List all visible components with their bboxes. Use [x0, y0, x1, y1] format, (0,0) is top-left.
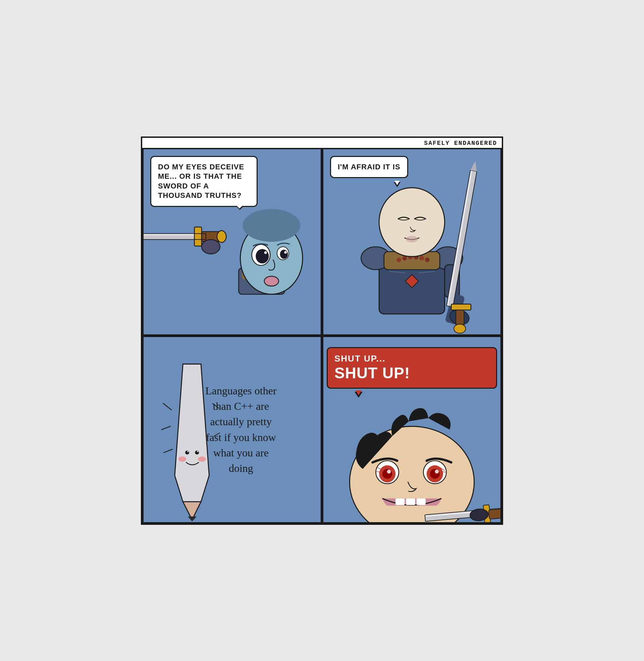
- svg-point-73: [179, 456, 186, 462]
- panel-3: Languages other than C++ are actually pr…: [142, 336, 322, 523]
- comic-title: SAFELY ENDANGERED: [142, 138, 502, 148]
- svg-point-76: [195, 450, 199, 454]
- comic-container: SAFELY ENDANGERED DO MY EYES DECEIVE ME.…: [141, 137, 503, 525]
- panel-4: SHUT UP... SHUT UP!: [322, 336, 502, 523]
- panel-1: DO MY EYES DECEIVE ME... OR IS THAT THE …: [142, 148, 322, 336]
- svg-point-47: [419, 256, 424, 261]
- svg-point-98: [435, 470, 439, 474]
- panel1-speech-bubble: DO MY EYES DECEIVE ME... OR IS THAT THE …: [150, 156, 258, 207]
- comic-grid: DO MY EYES DECEIVE ME... OR IS THAT THE …: [142, 148, 502, 523]
- svg-point-48: [425, 257, 430, 262]
- svg-point-75: [185, 450, 189, 454]
- panel1-speech-text: DO MY EYES DECEIVE ME... OR IS THAT THE …: [158, 162, 250, 200]
- panel2-speech-text: I'M AFRAID IT IS: [338, 162, 400, 172]
- svg-point-44: [402, 256, 407, 261]
- svg-point-90: [382, 469, 392, 478]
- svg-point-77: [187, 451, 188, 452]
- panel4-line1: SHUT UP...: [335, 353, 489, 364]
- svg-rect-102: [406, 498, 415, 505]
- panel4-speech-text: SHUT UP... SHUT UP!: [335, 353, 489, 382]
- svg-rect-101: [395, 498, 405, 505]
- svg-point-23: [264, 251, 267, 254]
- svg-point-29: [284, 251, 287, 254]
- svg-rect-61: [451, 304, 471, 310]
- panel2-speech-bubble: I'M AFRAID IT IS: [330, 156, 408, 179]
- svg-point-18: [243, 209, 300, 242]
- panel-2: I'M AFRAID IT IS: [322, 148, 502, 336]
- panel4-line2: SHUT UP!: [335, 364, 489, 382]
- svg-point-51: [406, 236, 418, 242]
- svg-rect-3: [194, 227, 202, 246]
- svg-point-43: [396, 257, 401, 262]
- svg-point-78: [197, 451, 198, 452]
- panel3-text: Languages other than C++ are actually pr…: [201, 383, 281, 476]
- svg-point-91: [387, 470, 391, 474]
- svg-point-28: [280, 250, 288, 259]
- svg-rect-103: [417, 498, 426, 505]
- panel4-speech-bubble: SHUT UP... SHUT UP!: [327, 347, 497, 389]
